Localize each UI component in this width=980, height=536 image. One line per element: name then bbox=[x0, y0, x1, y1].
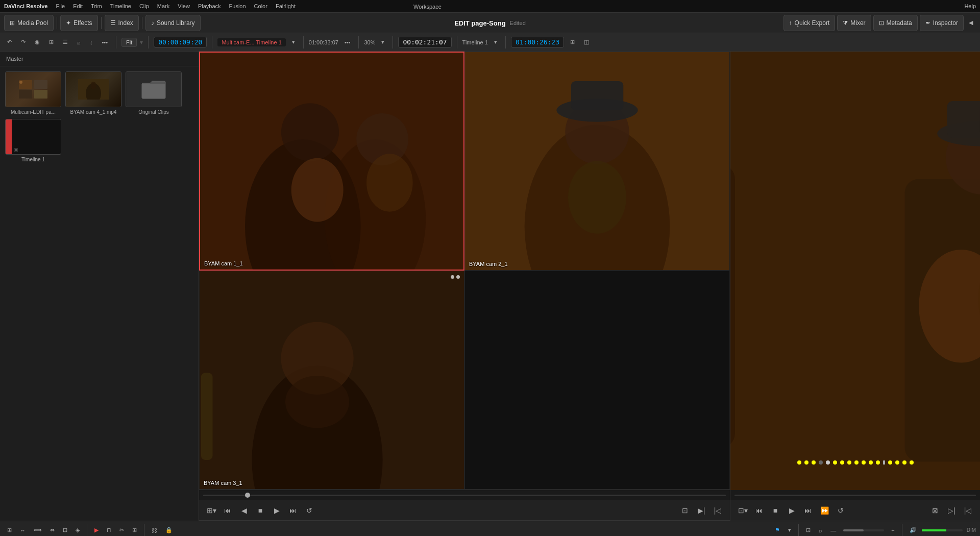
range-select[interactable]: ⊓ bbox=[104, 524, 114, 537]
play-back-button[interactable]: ◀ bbox=[238, 504, 250, 517]
multicam-thumbnail bbox=[6, 72, 61, 107]
view-grid-button[interactable]: ⊞ bbox=[46, 36, 57, 49]
list-item[interactable]: Original Clips bbox=[126, 71, 182, 115]
media-pool-panel: Master Multicam-EDIT pa... bbox=[0, 52, 199, 521]
blade-btn[interactable]: ◈ bbox=[72, 524, 83, 537]
right-stop[interactable]: ■ bbox=[769, 504, 781, 517]
menu-view[interactable]: View bbox=[178, 3, 190, 9]
right-skip-start[interactable]: ⏮ bbox=[753, 504, 765, 517]
sound-library-button[interactable]: ♪ Sound Library bbox=[145, 15, 201, 31]
menu-fusion[interactable]: Fusion bbox=[229, 3, 246, 9]
lock-btn[interactable]: 🔒 bbox=[162, 524, 176, 537]
end-time-options[interactable]: ••• bbox=[341, 36, 354, 49]
scrubber-thumb[interactable] bbox=[245, 493, 250, 498]
mixer-button[interactable]: ⧩ Mixer bbox=[837, 15, 871, 31]
zoom-slider-track[interactable] bbox=[843, 529, 884, 531]
camera-grid: BYAM cam 1_1 bbox=[199, 52, 730, 490]
stop-button[interactable]: ■ bbox=[254, 504, 266, 517]
timeline-panel-btn[interactable]: ⊞ bbox=[4, 524, 15, 537]
loop-button[interactable]: ↺ bbox=[303, 504, 315, 517]
mark-in-button[interactable]: |◁ bbox=[712, 504, 724, 517]
menu-playback[interactable]: Playback bbox=[198, 3, 221, 9]
effects-button[interactable]: ✦ Effects bbox=[60, 15, 97, 31]
inspector-button[interactable]: ✒ Inspector bbox=[920, 15, 964, 31]
zoom-btn[interactable]: ⌕ bbox=[816, 524, 825, 537]
menu-file[interactable]: File bbox=[56, 3, 65, 9]
metadata-button[interactable]: ⊡ Metadata bbox=[873, 15, 918, 31]
view-list-button[interactable]: ☰ bbox=[60, 36, 71, 49]
link-btn[interactable]: ⛓ bbox=[149, 524, 160, 537]
search-button[interactable]: ⌕ bbox=[74, 36, 84, 49]
menu-workspace[interactable]: Workspace bbox=[413, 4, 442, 10]
menu-timeline[interactable]: Timeline bbox=[110, 3, 131, 9]
collapse-right-button[interactable]: ◀ bbox=[966, 16, 976, 30]
menu-mark[interactable]: Mark bbox=[157, 3, 169, 9]
camera-cell-4[interactable] bbox=[464, 271, 730, 490]
index-button[interactable]: ☰ Index bbox=[105, 15, 139, 31]
right-viewer-type[interactable]: ⊡▾ bbox=[737, 504, 749, 517]
list-item[interactable]: ▣ Timeline 1 bbox=[5, 119, 61, 162]
zoom-out-btn[interactable]: — bbox=[827, 524, 839, 537]
snap-button[interactable]: ◉ bbox=[32, 36, 43, 49]
menu-trim[interactable]: Trim bbox=[91, 3, 102, 9]
clip-trim-btn[interactable]: ↔ bbox=[17, 524, 29, 537]
menu-clip[interactable]: Clip bbox=[139, 3, 149, 9]
dropdown-arrow: ▾ bbox=[140, 39, 143, 46]
skip-to-start-button[interactable]: ⏮ bbox=[222, 504, 234, 517]
list-item[interactable]: BYAM cam 4_1.mp4 bbox=[65, 71, 121, 115]
right-fullscreen[interactable]: ⊠ bbox=[929, 504, 941, 517]
redo-button[interactable]: ↷ bbox=[18, 36, 29, 49]
menu-edit[interactable]: Edit bbox=[73, 3, 83, 9]
right-scrubber-track[interactable] bbox=[734, 495, 976, 496]
next-frame-button[interactable]: ▶| bbox=[695, 504, 707, 517]
right-fast-fwd[interactable]: ⏩ bbox=[818, 504, 830, 517]
sort-button[interactable]: ↕ bbox=[87, 36, 96, 49]
menu-color[interactable]: Color bbox=[254, 3, 267, 9]
scrubber-track[interactable] bbox=[203, 495, 726, 496]
camera-cell-3[interactable]: BYAM cam 3_1 bbox=[199, 271, 464, 490]
multicam-indicator[interactable]: Multicam-E... Timeline 1 bbox=[217, 38, 285, 46]
menu-help[interactable]: Help bbox=[964, 3, 976, 9]
menu-fairlight[interactable]: Fairlight bbox=[276, 3, 296, 9]
display-options[interactable]: ◫ bbox=[581, 36, 592, 49]
skip-to-end-button[interactable]: ⏭ bbox=[287, 504, 299, 517]
right-play[interactable]: ▶ bbox=[786, 504, 798, 517]
dynamic-trim-btn[interactable]: ⊡ bbox=[60, 524, 70, 537]
more-options-button[interactable]: ••• bbox=[99, 36, 111, 49]
multicam-dropdown[interactable]: ▾ bbox=[289, 36, 298, 49]
app-name[interactable]: DaVinci Resolve bbox=[4, 3, 47, 9]
zoom-dropdown[interactable]: ▾ bbox=[378, 36, 387, 49]
camera-cell-1[interactable]: BYAM cam 1_1 bbox=[199, 52, 464, 271]
marker-btn[interactable]: ⊡ bbox=[803, 524, 814, 537]
scrubber-bar[interactable] bbox=[199, 490, 730, 500]
right-mark-start[interactable]: |◁ bbox=[962, 504, 974, 517]
separator-6 bbox=[393, 36, 393, 48]
play-button[interactable]: ▶ bbox=[271, 504, 283, 517]
right-next-clip[interactable]: ▷| bbox=[945, 504, 958, 517]
flag-dropdown[interactable]: ▾ bbox=[785, 524, 794, 537]
zoom-in-btn[interactable]: + bbox=[888, 524, 897, 537]
slip-slide-btn[interactable]: ⇔ bbox=[47, 524, 58, 537]
ripple-trim-btn[interactable]: ⟺ bbox=[31, 524, 45, 537]
right-undo[interactable]: ↺ bbox=[835, 504, 847, 517]
volume-slider-track[interactable] bbox=[922, 529, 963, 531]
right-scrubber[interactable] bbox=[730, 490, 980, 500]
list-item[interactable]: Multicam-EDIT pa... bbox=[5, 71, 61, 115]
camera-cell-2[interactable]: BYAM cam 2_1 bbox=[464, 52, 730, 271]
flag-btn[interactable]: ⚑ bbox=[772, 524, 783, 537]
position-options[interactable]: ⊞ bbox=[567, 36, 578, 49]
razor-btn[interactable]: ✂ bbox=[116, 524, 127, 537]
undo-button[interactable]: ↶ bbox=[4, 36, 15, 49]
snap-btn[interactable]: ⊞ bbox=[129, 524, 140, 537]
camera-preview-4 bbox=[465, 271, 729, 489]
timeline-dropdown[interactable]: ▾ bbox=[491, 36, 500, 49]
viewer-type-button[interactable]: ⊞▾ bbox=[205, 504, 217, 517]
select-tool[interactable]: ▶ bbox=[91, 524, 102, 537]
timecode-display[interactable]: 00:00:09:20 bbox=[154, 37, 207, 47]
quick-export-button[interactable]: ↑ Quick Export bbox=[783, 15, 836, 31]
volume-btn[interactable]: 🔊 bbox=[906, 524, 920, 537]
right-skip-end[interactable]: ⏭ bbox=[802, 504, 814, 517]
media-pool-button[interactable]: ⊞ Media Pool bbox=[4, 15, 54, 31]
fullscreen-button[interactable]: ⊡ bbox=[679, 504, 691, 517]
fit-button[interactable]: Fit bbox=[121, 38, 137, 47]
